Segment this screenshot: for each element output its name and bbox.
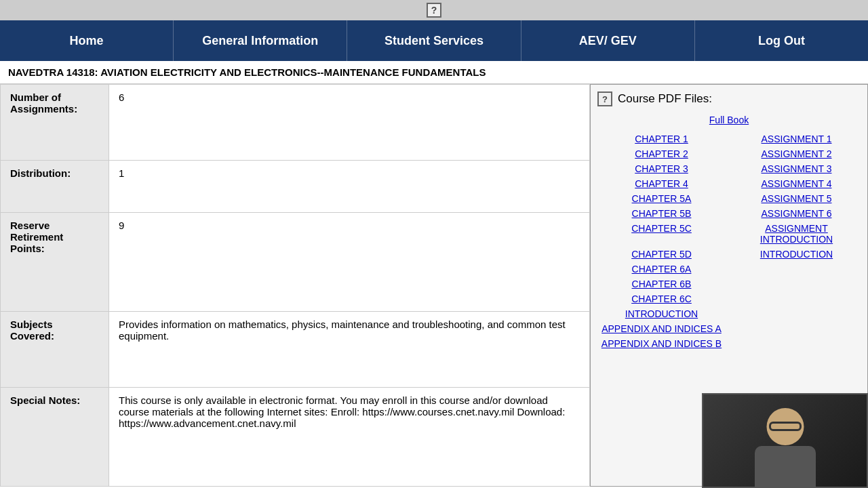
nav-home[interactable]: Home [0, 20, 174, 61]
top-bar: ? [0, 0, 868, 20]
pdf-link-assignment3[interactable]: ASSIGNMENT 3 [732, 162, 861, 176]
pdf-link-chapter2[interactable]: CHAPTER 2 [597, 147, 726, 161]
pdf-help-icon[interactable]: ? [597, 92, 612, 106]
pdf-link-empty4 [732, 307, 861, 321]
pdf-link-assignment2[interactable]: ASSIGNMENT 2 [732, 147, 861, 161]
pdf-link-assignment4[interactable]: ASSIGNMENT 4 [732, 177, 861, 190]
pdf-link-empty1 [732, 262, 861, 276]
label-retirement: Reserve Retirement Points: [1, 212, 109, 311]
pdf-link-empty6 [732, 337, 861, 350]
person-glasses [769, 422, 802, 431]
nav-student-services[interactable]: Student Services [347, 20, 521, 61]
pdf-link-empty3 [732, 292, 861, 306]
value-retirement: 9 [109, 212, 590, 311]
webcam-overlay [702, 393, 868, 488]
pdf-panel-header: ? Course PDF Files: [597, 92, 861, 106]
pdf-link-chapter6a[interactable]: CHAPTER 6A [597, 262, 726, 276]
info-table: Number of Assignments: 6 Distribution: 1… [0, 84, 590, 487]
nav-aev-gev[interactable]: AEV/ GEV [521, 20, 695, 61]
pdf-link-assignment1[interactable]: ASSIGNMENT 1 [732, 132, 861, 146]
full-book-button[interactable]: Full Book [597, 113, 861, 127]
pdf-link-chapter6b[interactable]: CHAPTER 6B [597, 277, 726, 291]
pdf-link-chapter1[interactable]: CHAPTER 1 [597, 132, 726, 146]
pdf-link-chapter6c[interactable]: CHAPTER 6C [597, 292, 726, 306]
label-assignments: Number of Assignments: [1, 85, 109, 161]
table-row-distribution: Distribution: 1 [1, 160, 590, 212]
label-subjects: Subjects Covered: [1, 312, 109, 388]
pdf-link-chapter5c[interactable]: CHAPTER 5C [597, 222, 726, 246]
label-distribution: Distribution: [1, 160, 109, 212]
pdf-link-empty5 [732, 322, 861, 336]
pdf-link-chapter3[interactable]: CHAPTER 3 [597, 162, 726, 176]
nav-bar: Home General Information Student Service… [0, 20, 868, 61]
help-icon-top[interactable]: ? [427, 3, 441, 18]
table-row-retirement: Reserve Retirement Points: 9 [1, 212, 590, 311]
table-row-subjects: Subjects Covered: Provides information o… [1, 312, 590, 388]
pdf-link-appendix-b[interactable]: APPENDIX AND INDICES B [597, 337, 726, 350]
pdf-link-assignment-intro[interactable]: ASSIGNMENT INTRODUCTION [732, 222, 861, 246]
nav-general-information[interactable]: General Information [174, 20, 347, 61]
value-distribution: 1 [109, 160, 590, 212]
pdf-link-appendix-a[interactable]: APPENDIX AND INDICES A [597, 322, 726, 336]
pdf-links: Full Book CHAPTER 1ASSIGNMENT 1CHAPTER 2… [597, 113, 861, 350]
value-assignments: 6 [109, 85, 590, 161]
pdf-link-chapter5b[interactable]: CHAPTER 5B [597, 207, 726, 220]
value-subjects: Provides information on mathematics, phy… [109, 312, 590, 388]
breadcrumb: NAVEDTRA 14318: AVIATION ELECTRICITY AND… [0, 61, 868, 84]
label-special-notes: Special Notes: [1, 387, 109, 486]
table-row-special-notes: Special Notes: This course is only avail… [1, 387, 590, 486]
pdf-link-intro-main[interactable]: INTRODUCTION [597, 307, 726, 321]
pdf-link-empty2 [732, 277, 861, 291]
pdf-link-assignment5[interactable]: ASSIGNMENT 5 [732, 192, 861, 205]
pdf-link-chapter5d[interactable]: CHAPTER 5D [597, 247, 726, 261]
pdf-link-chapter5a[interactable]: CHAPTER 5A [597, 192, 726, 205]
pdf-link-assignment6[interactable]: ASSIGNMENT 6 [732, 207, 861, 220]
full-book-link: Full Book [597, 113, 861, 127]
nav-log-out[interactable]: Log Out [695, 20, 868, 61]
pdf-link-introduction[interactable]: INTRODUCTION [732, 247, 861, 261]
pdf-panel-title: Course PDF Files: [618, 92, 712, 106]
value-special-notes: This course is only available in electro… [109, 387, 590, 486]
table-row-assignments: Number of Assignments: 6 [1, 85, 590, 161]
webcam-figure [703, 394, 867, 487]
person-body [755, 446, 816, 487]
pdf-link-chapter4[interactable]: CHAPTER 4 [597, 177, 726, 190]
